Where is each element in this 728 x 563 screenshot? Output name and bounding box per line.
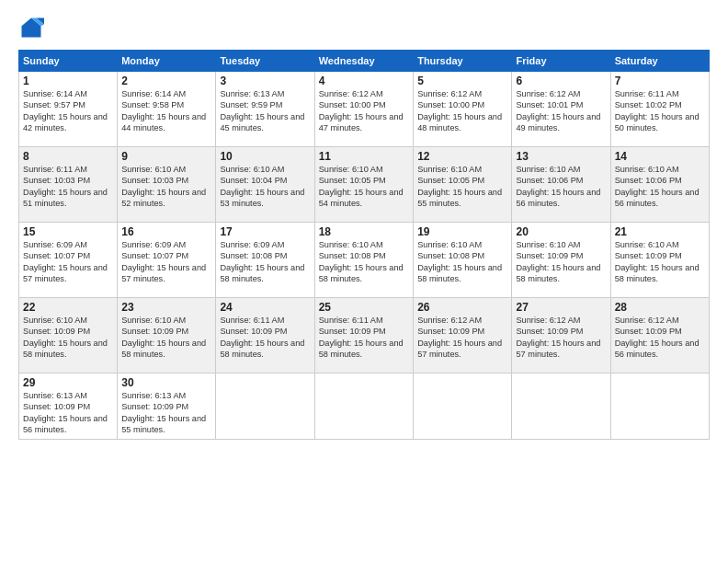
day-detail: Sunrise: 6:11 AM Sunset: 10:09 PM Daylig… — [220, 315, 310, 361]
day-number: 3 — [220, 75, 310, 87]
day-detail: Sunrise: 6:10 AM Sunset: 10:09 PM Daylig… — [615, 239, 705, 285]
col-thursday: Thursday — [414, 51, 512, 72]
table-row: 10 Sunrise: 6:10 AM Sunset: 10:04 PM Day… — [216, 147, 314, 223]
calendar-week-row: 1 Sunrise: 6:14 AM Sunset: 9:57 PM Dayli… — [19, 72, 710, 147]
table-row: 17 Sunrise: 6:09 AM Sunset: 10:08 PM Day… — [216, 223, 314, 298]
day-detail: Sunrise: 6:14 AM Sunset: 9:57 PM Dayligh… — [23, 88, 113, 134]
day-number: 25 — [319, 301, 409, 314]
table-row: 4 Sunrise: 6:12 AM Sunset: 10:00 PM Dayl… — [314, 72, 413, 147]
day-number: 17 — [220, 225, 310, 238]
calendar-header-row: Sunday Monday Tuesday Wednesday Thursday… — [19, 51, 710, 72]
day-detail: Sunrise: 6:10 AM Sunset: 10:09 PM Daylig… — [121, 315, 211, 361]
table-row: 7 Sunrise: 6:11 AM Sunset: 10:02 PM Dayl… — [610, 72, 709, 147]
col-saturday: Saturday — [610, 51, 709, 72]
day-number: 10 — [220, 150, 310, 163]
calendar-week-row: 29 Sunrise: 6:13 AM Sunset: 10:09 PM Day… — [19, 373, 710, 440]
table-row: 14 Sunrise: 6:10 AM Sunset: 10:06 PM Day… — [610, 147, 709, 223]
day-detail: Sunrise: 6:12 AM Sunset: 10:01 PM Daylig… — [516, 88, 606, 134]
day-number: 15 — [23, 225, 113, 238]
col-friday: Friday — [512, 51, 610, 72]
day-detail: Sunrise: 6:10 AM Sunset: 10:08 PM Daylig… — [319, 239, 409, 285]
day-detail: Sunrise: 6:09 AM Sunset: 10:07 PM Daylig… — [121, 239, 211, 285]
day-detail: Sunrise: 6:09 AM Sunset: 10:08 PM Daylig… — [220, 239, 310, 285]
day-detail: Sunrise: 6:11 AM Sunset: 10:02 PM Daylig… — [615, 88, 705, 134]
day-detail: Sunrise: 6:12 AM Sunset: 10:00 PM Daylig… — [417, 88, 507, 134]
day-number: 12 — [417, 150, 507, 163]
logo-icon — [18, 15, 44, 40]
day-detail: Sunrise: 6:13 AM Sunset: 9:59 PM Dayligh… — [220, 88, 310, 134]
day-detail: Sunrise: 6:10 AM Sunset: 10:06 PM Daylig… — [516, 164, 606, 210]
table-row: 22 Sunrise: 6:10 AM Sunset: 10:09 PM Day… — [19, 298, 118, 373]
day-number: 1 — [23, 75, 113, 87]
day-number: 13 — [516, 150, 606, 163]
table-row: 15 Sunrise: 6:09 AM Sunset: 10:07 PM Day… — [19, 223, 118, 298]
day-number: 20 — [516, 225, 606, 238]
day-number: 28 — [615, 301, 705, 314]
day-detail: Sunrise: 6:10 AM Sunset: 10:09 PM Daylig… — [23, 315, 113, 361]
page-header — [18, 15, 710, 40]
day-detail: Sunrise: 6:11 AM Sunset: 10:09 PM Daylig… — [319, 315, 409, 361]
day-detail: Sunrise: 6:13 AM Sunset: 10:09 PM Daylig… — [121, 390, 211, 436]
table-row: 8 Sunrise: 6:11 AM Sunset: 10:03 PM Dayl… — [19, 147, 118, 223]
table-row — [512, 373, 610, 440]
table-row: 25 Sunrise: 6:11 AM Sunset: 10:09 PM Day… — [314, 298, 413, 373]
day-number: 11 — [319, 150, 409, 163]
day-number: 27 — [516, 301, 606, 314]
day-number: 5 — [417, 75, 507, 87]
day-number: 4 — [319, 75, 409, 87]
table-row: 5 Sunrise: 6:12 AM Sunset: 10:00 PM Dayl… — [414, 72, 512, 147]
table-row: 9 Sunrise: 6:10 AM Sunset: 10:03 PM Dayl… — [118, 147, 216, 223]
day-number: 30 — [121, 376, 211, 389]
table-row: 16 Sunrise: 6:09 AM Sunset: 10:07 PM Day… — [118, 223, 216, 298]
table-row: 28 Sunrise: 6:12 AM Sunset: 10:09 PM Day… — [610, 298, 709, 373]
day-detail: Sunrise: 6:10 AM Sunset: 10:08 PM Daylig… — [417, 239, 507, 285]
calendar-week-row: 8 Sunrise: 6:11 AM Sunset: 10:03 PM Dayl… — [19, 147, 710, 223]
day-detail: Sunrise: 6:10 AM Sunset: 10:04 PM Daylig… — [220, 164, 310, 210]
table-row: 11 Sunrise: 6:10 AM Sunset: 10:05 PM Day… — [314, 147, 413, 223]
table-row: 18 Sunrise: 6:10 AM Sunset: 10:08 PM Day… — [314, 223, 413, 298]
day-number: 18 — [319, 225, 409, 238]
day-number: 23 — [121, 301, 211, 314]
day-number: 9 — [121, 150, 211, 163]
calendar-table: Sunday Monday Tuesday Wednesday Thursday… — [18, 50, 710, 440]
table-row: 20 Sunrise: 6:10 AM Sunset: 10:09 PM Day… — [512, 223, 610, 298]
day-number: 6 — [516, 75, 606, 87]
col-tuesday: Tuesday — [216, 51, 314, 72]
day-detail: Sunrise: 6:14 AM Sunset: 9:58 PM Dayligh… — [121, 88, 211, 134]
table-row: 29 Sunrise: 6:13 AM Sunset: 10:09 PM Day… — [19, 373, 118, 440]
table-row: 1 Sunrise: 6:14 AM Sunset: 9:57 PM Dayli… — [19, 72, 118, 147]
day-number: 14 — [615, 150, 705, 163]
day-number: 24 — [220, 301, 310, 314]
table-row: 24 Sunrise: 6:11 AM Sunset: 10:09 PM Day… — [216, 298, 314, 373]
table-row: 6 Sunrise: 6:12 AM Sunset: 10:01 PM Dayl… — [512, 72, 610, 147]
day-detail: Sunrise: 6:10 AM Sunset: 10:03 PM Daylig… — [121, 164, 211, 210]
day-detail: Sunrise: 6:12 AM Sunset: 10:00 PM Daylig… — [319, 88, 409, 134]
table-row — [414, 373, 512, 440]
day-detail: Sunrise: 6:10 AM Sunset: 10:05 PM Daylig… — [417, 164, 507, 210]
col-monday: Monday — [118, 51, 216, 72]
day-number: 19 — [417, 225, 507, 238]
calendar-week-row: 15 Sunrise: 6:09 AM Sunset: 10:07 PM Day… — [19, 223, 710, 298]
day-detail: Sunrise: 6:13 AM Sunset: 10:09 PM Daylig… — [23, 390, 113, 436]
day-detail: Sunrise: 6:10 AM Sunset: 10:09 PM Daylig… — [516, 239, 606, 285]
table-row — [216, 373, 314, 440]
table-row: 12 Sunrise: 6:10 AM Sunset: 10:05 PM Day… — [414, 147, 512, 223]
table-row: 2 Sunrise: 6:14 AM Sunset: 9:58 PM Dayli… — [118, 72, 216, 147]
logo — [18, 15, 48, 40]
day-detail: Sunrise: 6:12 AM Sunset: 10:09 PM Daylig… — [516, 315, 606, 361]
table-row: 23 Sunrise: 6:10 AM Sunset: 10:09 PM Day… — [118, 298, 216, 373]
day-number: 16 — [121, 225, 211, 238]
calendar-week-row: 22 Sunrise: 6:10 AM Sunset: 10:09 PM Day… — [19, 298, 710, 373]
day-detail: Sunrise: 6:12 AM Sunset: 10:09 PM Daylig… — [615, 315, 705, 361]
table-row: 21 Sunrise: 6:10 AM Sunset: 10:09 PM Day… — [610, 223, 709, 298]
day-number: 7 — [615, 75, 705, 87]
table-row — [610, 373, 709, 440]
col-sunday: Sunday — [19, 51, 118, 72]
table-row: 19 Sunrise: 6:10 AM Sunset: 10:08 PM Day… — [414, 223, 512, 298]
day-detail: Sunrise: 6:11 AM Sunset: 10:03 PM Daylig… — [23, 164, 113, 210]
table-row: 30 Sunrise: 6:13 AM Sunset: 10:09 PM Day… — [118, 373, 216, 440]
day-detail: Sunrise: 6:12 AM Sunset: 10:09 PM Daylig… — [417, 315, 507, 361]
day-number: 22 — [23, 301, 113, 314]
day-number: 2 — [121, 75, 211, 87]
table-row — [314, 373, 413, 440]
